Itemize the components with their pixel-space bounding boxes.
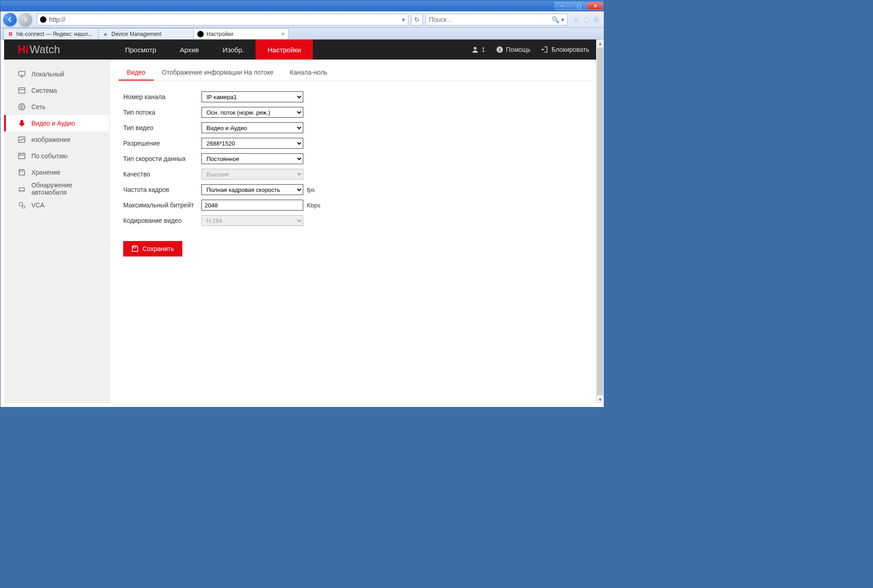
window-close-button[interactable]: ✕ [587, 2, 603, 10]
sidebar-item-system[interactable]: Система [4, 82, 109, 99]
info-icon: i [496, 46, 503, 53]
site-favicon [40, 16, 46, 23]
max-bitrate-unit: Kbps [307, 202, 321, 209]
channel-select[interactable]: IP камера1 [201, 91, 303, 102]
nav-image[interactable]: Изобр. [211, 40, 256, 60]
tab-close-icon[interactable]: × [281, 30, 285, 37]
lock-label: Блокировать [552, 46, 589, 53]
scroll-down-icon[interactable]: ▼ [597, 396, 604, 403]
max-bitrate-label: Максимальный битрейт [123, 201, 201, 209]
video-type-select[interactable]: Видео и Аудио [201, 122, 303, 133]
sidebar-item-storage[interactable]: Хранение [4, 164, 109, 181]
quality-label: Качество [123, 171, 201, 178]
brand-hi: Hi [18, 43, 29, 56]
sidebar-item-video-audio[interactable]: Видео и Аудио [4, 115, 109, 131]
sidebar-item-network[interactable]: Сеть [4, 99, 109, 115]
vertical-scrollbar[interactable]: ▲ ▼ [596, 40, 604, 403]
sidebar-item-event[interactable]: По событию [4, 148, 109, 164]
mic-icon [17, 119, 27, 127]
sidebar-label: Система [31, 87, 57, 94]
user-count: 1 [482, 46, 485, 53]
encoding-select: H.264 [201, 215, 303, 226]
car-icon [17, 185, 27, 193]
quality-select: Высшее [201, 169, 303, 180]
sub-tabs: Видео Отображение информации На потоке К… [119, 64, 591, 81]
system-icon [17, 86, 27, 95]
search-bar[interactable]: 🔍 ▾ [426, 14, 567, 25]
help-link[interactable]: i Помощь [496, 46, 531, 53]
dropdown-icon[interactable]: ▾ [402, 16, 405, 23]
svg-rect-3 [19, 71, 25, 75]
browser-tab-1[interactable]: Я hik-connect — Яндекс: нашл... [3, 28, 99, 39]
save-icon [17, 168, 27, 176]
user-icon [472, 46, 479, 53]
fps-unit: fps [307, 186, 315, 193]
browser-window: ─ ▢ ✕ ▾ ↻ 🔍 ▾ ⌂ ★ ⚙ Я hik-con [0, 0, 604, 407]
svg-rect-14 [133, 246, 136, 248]
encoding-label: Кодирование видео [123, 217, 201, 224]
scroll-thumb[interactable] [597, 48, 603, 395]
user-indicator[interactable]: 1 [472, 46, 485, 53]
sidebar-label: Видео и Аудио [31, 120, 75, 127]
resolution-label: Разрешение [123, 140, 201, 147]
favorites-icon[interactable]: ★ [581, 15, 591, 24]
sidebar-item-local[interactable]: Локальный [4, 66, 109, 82]
svg-point-11 [23, 191, 24, 191]
browser-tab-3[interactable]: Настройки × [193, 28, 289, 39]
save-icon [131, 245, 139, 252]
window-titlebar: ─ ▢ ✕ [0, 0, 604, 11]
search-dropdown-icon[interactable]: ▾ [561, 16, 564, 23]
monitor-icon [17, 70, 27, 78]
subtab-zero-channel[interactable]: Канала-ноль [281, 64, 336, 80]
home-icon[interactable]: ⌂ [571, 15, 581, 23]
image-icon [17, 136, 27, 144]
search-icon[interactable]: 🔍 [552, 16, 559, 23]
fps-label: Частота кадров [123, 186, 201, 193]
subtab-video[interactable]: Видео [119, 64, 154, 80]
page-content: HiWatch Просмотр Архив Изобр. Настройки … [4, 40, 600, 403]
bitrate-type-select[interactable]: Постоянное [201, 153, 303, 164]
sidebar: Локальный Система Сеть Видео и Аудио изо… [4, 60, 110, 403]
lock-link[interactable]: Блокировать [542, 46, 589, 53]
tab-label: Настройки [206, 31, 279, 37]
save-button[interactable]: Сохранить [123, 241, 182, 256]
svg-point-0 [474, 47, 477, 50]
url-input[interactable] [49, 16, 399, 23]
sidebar-label: изображение [31, 136, 70, 143]
browser-toolbar: ▾ ↻ 🔍 ▾ ⌂ ★ ⚙ [0, 11, 604, 28]
window-minimize-button[interactable]: ─ [555, 2, 570, 10]
sidebar-item-image[interactable]: изображение [4, 131, 109, 148]
tab-label: Device Management [111, 31, 190, 37]
svg-rect-4 [19, 88, 25, 93]
sidebar-label: Обнаружение автомобиля [31, 181, 109, 196]
browser-tab-2[interactable]: e Device Management [98, 28, 194, 39]
forward-button[interactable] [19, 13, 32, 26]
tools-icon[interactable]: ⚙ [591, 15, 601, 24]
sidebar-item-vehicle[interactable]: Обнаружение автомобиля [4, 181, 109, 197]
svg-point-12 [19, 202, 23, 206]
app-body: Локальный Система Сеть Видео и Аудио изо… [4, 60, 600, 403]
scroll-up-icon[interactable]: ▲ [597, 40, 604, 47]
svg-point-10 [20, 191, 20, 191]
subtab-osd[interactable]: Отображение информации На потоке [154, 64, 281, 80]
back-button[interactable] [3, 13, 17, 26]
main-nav: Просмотр Архив Изобр. Настройки [113, 40, 313, 60]
sidebar-item-vca[interactable]: VCA [4, 197, 109, 213]
max-bitrate-input[interactable] [201, 200, 303, 211]
stream-select[interactable]: Осн. поток (норм. реж.) [201, 107, 303, 118]
address-bar[interactable]: ▾ [37, 14, 408, 25]
tab-favicon-ie: e [102, 31, 109, 37]
window-maximize-button[interactable]: ▢ [571, 2, 587, 10]
nav-settings[interactable]: Настройки [256, 40, 313, 60]
nav-archive[interactable]: Архив [168, 40, 211, 60]
svg-text:i: i [499, 47, 500, 52]
browser-menu-icons: ⌂ ★ ⚙ [571, 15, 601, 24]
search-input[interactable] [429, 16, 552, 23]
help-label: Помощь [506, 46, 531, 53]
fps-select[interactable]: Полная кадровая скорость [201, 184, 303, 195]
nav-preview[interactable]: Просмотр [113, 40, 168, 60]
resolution-select[interactable]: 2688*1520 [201, 138, 303, 149]
logout-icon [542, 46, 549, 53]
tab-label: hik-connect — Яндекс: нашл... [16, 31, 95, 37]
refresh-button[interactable]: ↻ [411, 14, 423, 25]
